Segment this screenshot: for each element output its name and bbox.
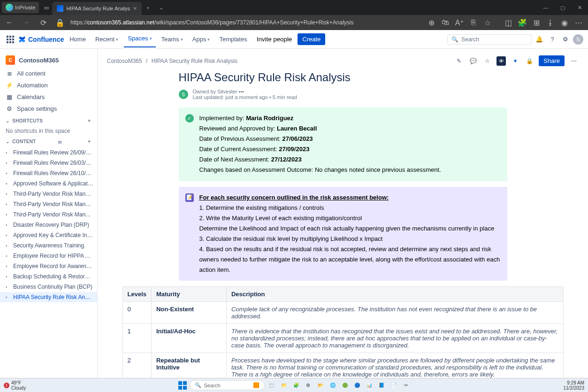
shopping-icon[interactable]: 🛍 xyxy=(439,16,452,29)
collapse-icon[interactable]: ⌄ xyxy=(6,139,9,144)
add-shortcut-icon[interactable]: ＋ xyxy=(87,117,92,124)
page-main: ContosoM365 / HIPAA Security Rule Risk A… xyxy=(98,49,588,378)
browser-menu-icon[interactable]: ⋯ xyxy=(572,16,585,29)
nav-apps[interactable]: Apps▾ xyxy=(189,33,214,46)
split-screen-icon[interactable]: ◫ xyxy=(502,16,515,29)
forward-button[interactable]: → xyxy=(20,16,33,29)
page-tree-item[interactable]: •Third-Party Vendor Risk Management - 27… xyxy=(0,189,97,199)
new-tab-button[interactable]: ＋ xyxy=(142,1,155,14)
nav-home[interactable]: Home xyxy=(66,33,90,46)
taskbar-app-icon[interactable]: 🔵 xyxy=(352,380,362,391)
taskbar-app-icon[interactable]: ⚙ xyxy=(303,380,313,391)
taskbar-app-icon[interactable]: 🟢 xyxy=(340,380,350,391)
back-button[interactable]: ← xyxy=(3,16,16,29)
filter-icon[interactable]: ⚌ xyxy=(58,139,62,144)
page-tree-item[interactable]: •Approved Key & Certificate Inventory xyxy=(0,230,97,240)
site-info-icon[interactable]: 🔒 xyxy=(53,16,67,29)
sidebar-nav-item[interactable]: ⚡Automation xyxy=(0,79,97,91)
taskbar-app-icon[interactable]: ✂ xyxy=(401,380,411,391)
extensions-icon[interactable]: 🧩 xyxy=(516,16,529,29)
confluence-icon xyxy=(18,35,26,44)
app-switcher-icon[interactable] xyxy=(5,34,16,45)
tab-overview-icon[interactable]: ▭ xyxy=(41,2,52,13)
content-section[interactable]: ⌄ CONTENT ⚌ ＋ xyxy=(0,135,97,147)
favorites-icon[interactable]: ☆ xyxy=(481,16,494,29)
page-tree-item[interactable]: •Employee Record for Awareness Training xyxy=(0,261,97,271)
create-button[interactable]: Create xyxy=(298,33,325,45)
browser-tab[interactable]: HIPAA Security Rule Analys ✕ xyxy=(52,2,142,15)
task-view-icon[interactable]: ⬚ xyxy=(267,380,277,391)
page-tree-item[interactable]: •Firewall Rules Review 26/10/2022 xyxy=(0,168,97,178)
space-header[interactable]: C ContosoM365 xyxy=(0,53,97,68)
breadcrumb-space[interactable]: ContosoM365 xyxy=(107,58,142,64)
ai-icon[interactable]: ✦ xyxy=(511,56,520,66)
search-input[interactable]: 🔍 Search xyxy=(447,34,532,45)
taskbar-app-icon[interactable]: 📘 xyxy=(376,380,387,391)
confluence-logo[interactable]: Confluence xyxy=(18,35,64,44)
page-tree-item[interactable]: •Firewall Rules Review 26/03/2023 xyxy=(0,158,97,168)
page-tree-item[interactable]: •Third-Party Vendor Risk Management - 27… xyxy=(0,209,97,220)
page-tree-item[interactable]: •Firewall Rules Review 26/09/2023 xyxy=(0,147,97,158)
add-page-icon[interactable]: ＋ xyxy=(87,138,92,145)
more-actions-icon[interactable]: ⋯ xyxy=(569,56,579,66)
tab-chevron-icon[interactable]: ⌄ xyxy=(155,1,168,14)
enter-immersive-icon[interactable]: ⎘ xyxy=(467,16,480,29)
settings-icon[interactable]: ⚙ xyxy=(560,34,571,45)
page-tree-item[interactable]: •Backup Scheduling & Restore Procedure xyxy=(0,271,97,282)
tab-close-icon[interactable]: ✕ xyxy=(133,6,137,12)
instruction-step: 4. Based on the results and if the resid… xyxy=(199,244,501,275)
taskbar-app-icon[interactable]: 📊 xyxy=(364,380,374,391)
sidebar-nav-item[interactable]: ⚙Space settings xyxy=(0,103,97,115)
nav-recent[interactable]: Recent▾ xyxy=(92,33,122,46)
page-owner[interactable]: Silvester xyxy=(217,89,237,94)
share-button[interactable]: Share xyxy=(539,55,565,66)
nav-templates[interactable]: Templates xyxy=(215,33,251,46)
system-tray-clock[interactable]: 9:29 AM 11/2/2023 xyxy=(564,380,585,391)
invite-people-button[interactable]: Invite people xyxy=(253,34,296,45)
window-maximize-button[interactable]: ▢ xyxy=(554,0,571,15)
collapse-icon[interactable]: ⌄ xyxy=(6,118,9,123)
browser-profile-icon[interactable]: ◉ xyxy=(558,16,571,29)
edit-icon[interactable]: ✎ xyxy=(454,56,464,66)
taskbar-app-icon[interactable]: 🧩 xyxy=(291,380,301,391)
page-tree-item[interactable]: •HIPAA Security Rule Risk Analysis xyxy=(0,292,97,302)
space-name: ContosoM365 xyxy=(19,57,59,64)
page-tree-item[interactable]: •Security Awareness Training xyxy=(0,240,97,251)
owner-more-icon[interactable]: ••• xyxy=(238,89,244,94)
address-bar[interactable]: https://contosom365.atlassian.net/wiki/s… xyxy=(70,19,421,26)
lock-icon[interactable]: 🔒 xyxy=(525,56,534,66)
page-tree-item[interactable]: •Employee Record for HIPPA Annual Traini… xyxy=(0,251,97,261)
start-button[interactable] xyxy=(177,380,188,391)
star-icon[interactable]: ☆ xyxy=(482,56,492,66)
taskbar-app-icon[interactable]: 📁 xyxy=(279,380,289,391)
owner-avatar[interactable]: S xyxy=(179,90,188,99)
zoom-icon[interactable]: ⊕ xyxy=(425,16,438,29)
taskbar-app-icon[interactable]: 📄 xyxy=(389,380,399,391)
window-close-button[interactable]: ✕ xyxy=(571,0,588,15)
nav-teams[interactable]: Teams▾ xyxy=(158,33,187,46)
notifications-icon[interactable]: 🔔 xyxy=(534,34,545,45)
downloads-icon[interactable]: ⭳ xyxy=(544,16,557,29)
page-tree-item[interactable]: •Third-Party Vendor Risk Management - 27… xyxy=(0,199,97,209)
comment-icon[interactable]: 💬 xyxy=(468,56,478,66)
collections-icon[interactable]: ⊞ xyxy=(530,16,543,29)
page-tree-item[interactable]: •Disaster Recovery Plan (DRP) xyxy=(0,220,97,230)
page-tree-item[interactable]: •Business Continuity Plan (BCP) xyxy=(0,282,97,292)
help-icon[interactable]: ? xyxy=(547,34,558,45)
confluence-logo-text: Confluence xyxy=(28,36,64,43)
sidebar-nav-item[interactable]: ▦Calendars xyxy=(0,91,97,103)
page-tree-item[interactable]: •Approved Software & Applications List xyxy=(0,178,97,189)
user-avatar[interactable]: S xyxy=(573,34,583,45)
shortcuts-section[interactable]: ⌄ SHORTCUTS ＋ xyxy=(0,115,97,127)
watchers-badge[interactable]: 👁 xyxy=(496,56,506,66)
weather-widget[interactable]: 1 49°F Cloudy xyxy=(4,380,26,391)
breadcrumb-page[interactable]: HIPAA Security Rule Risk Analysis xyxy=(152,58,237,64)
refresh-button[interactable]: ⟳ xyxy=(37,16,50,29)
nav-spaces[interactable]: Spaces▾ xyxy=(124,32,155,47)
window-minimize-button[interactable]: ― xyxy=(537,0,554,15)
sidebar-nav-item[interactable]: ≣All content xyxy=(0,68,97,79)
read-aloud-icon[interactable]: A⁺ xyxy=(453,16,466,29)
taskbar-search[interactable]: 🔍 Search 🟧 xyxy=(190,380,265,390)
taskbar-app-icon[interactable]: 📂 xyxy=(315,380,326,391)
taskbar-app-icon[interactable]: 🌐 xyxy=(328,380,338,391)
